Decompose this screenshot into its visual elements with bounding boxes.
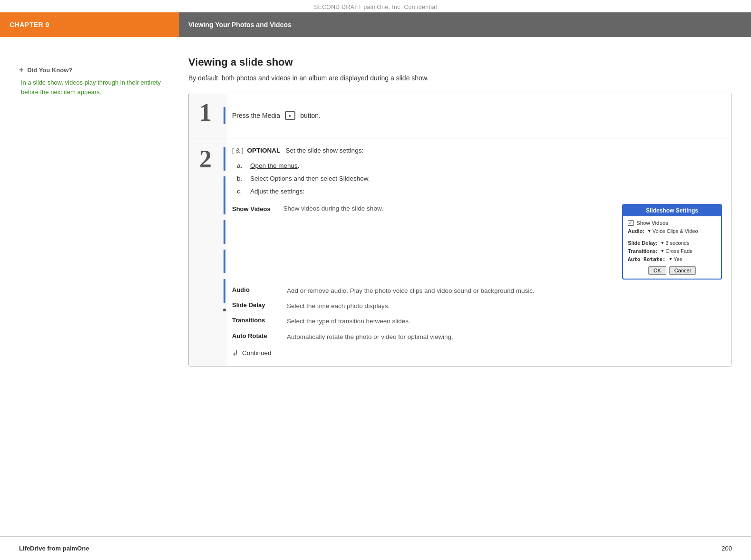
auto-rotate-dropdown: ▼ Yes <box>668 256 682 262</box>
sidebar: + Did You Know? In a slide show, videos … <box>0 56 179 503</box>
step-1-number-area: 1 <box>189 93 222 138</box>
slide-delay-field-label: Slide Delay <box>232 301 280 309</box>
field-slide-delay: Slide Delay Select the time each photo d… <box>232 301 722 311</box>
continued-arrow-icon: ↲ <box>232 348 238 357</box>
show-videos-desc: Show videos during the slide show. <box>283 204 383 213</box>
dyk-plus-icon: + <box>19 66 23 74</box>
step-1-text: Press the Media button. <box>232 102 722 129</box>
audio-label: Audio: <box>628 228 644 234</box>
chapter-title: Viewing Your Photos and Videos <box>179 12 751 37</box>
settings-row: Show Videos Show videos during the slide… <box>232 204 722 280</box>
settings-panel: Slideshow Settings ✓ Show Videos Audio: … <box>622 204 722 280</box>
dyk-header: + Did You Know? <box>19 66 165 74</box>
media-button-icon <box>285 111 295 120</box>
slide-delay-label: Slide Delay: <box>628 240 657 246</box>
step-2: 2 [ & ] OPTIONAL Set the sl <box>189 138 731 366</box>
step-2-content: [ & ] OPTIONAL Set the slide show settin… <box>227 138 731 366</box>
transitions-dropdown: ▼ Cross Fade <box>660 248 692 254</box>
field-audio: Audio Add or remove audio. Play the phot… <box>232 286 722 296</box>
section-title: Viewing a slide show <box>188 56 732 68</box>
audio-field-label: Audio <box>232 286 280 293</box>
sub-step-a: a. Open the menus. <box>237 161 722 172</box>
step-2-number-area: 2 <box>189 138 222 366</box>
bottom-bar: LifeDrive from palmOne 200 <box>0 536 751 560</box>
transitions-row: Transitions: ▼ Cross Fade <box>628 248 716 254</box>
main-content: + Did You Know? In a slide show, videos … <box>0 37 751 503</box>
dyk-title: Did You Know? <box>27 67 72 74</box>
optional-bold: OPTIONAL <box>247 147 281 154</box>
optional-desc: Set the slide show settings: <box>286 147 364 154</box>
did-you-know-box: + Did You Know? In a slide show, videos … <box>19 56 165 97</box>
transitions-field-desc: Select the type of transition between sl… <box>287 317 410 326</box>
sub-step-b: b. Select Options and then select Slides… <box>237 174 722 184</box>
slide-delay-field-desc: Select the time each photo displays. <box>287 301 390 311</box>
dyk-text: In a slide show, videos play through in … <box>19 78 165 97</box>
field-show-videos: Show Videos Show videos during the slide… <box>232 204 613 214</box>
footer-brand: LifeDrive from palmOne <box>19 545 89 552</box>
sub-step-b-text: Select Options and then select Slideshow… <box>250 174 370 184</box>
auto-rotate-field-label: Auto Rotate <box>232 332 280 339</box>
auto-rotate-field-desc: Automatically rotate the photo or video … <box>287 332 453 342</box>
step-1: 1 Press the Media button. <box>189 93 731 138</box>
settings-panel-body: ✓ Show Videos Audio: ▼ Voice Clips & Vid… <box>623 216 721 279</box>
sub-step-c-text: Adjust the settings: <box>250 186 304 197</box>
ok-button[interactable]: OK <box>648 266 666 275</box>
bracket-text: [ & ] <box>232 147 244 154</box>
cancel-button[interactable]: Cancel <box>669 266 696 275</box>
settings-text-col: Show Videos Show videos during the slide… <box>232 204 613 220</box>
chapter-header: CHAPTER 9 Viewing Your Photos and Videos <box>0 12 751 37</box>
step-1-number: 1 <box>199 100 212 125</box>
audio-row: Audio: ▼ Voice Clips & Video <box>628 228 716 234</box>
step-1-content: Press the Media button. <box>227 93 731 138</box>
show-videos-row: ✓ Show Videos <box>628 220 716 226</box>
footer-page: 200 <box>722 545 732 552</box>
content-area: Viewing a slide show By default, both ph… <box>179 56 751 503</box>
step-2-number: 2 <box>199 147 212 172</box>
sub-step-c-label: c. <box>237 186 246 197</box>
steps-container: 1 Press the Media button. 2 <box>188 93 732 367</box>
open-menus-link: Open the menus <box>250 162 298 169</box>
auto-rotate-label: Auto Rotate: <box>628 256 665 262</box>
sub-step-c: c. Adjust the settings: <box>237 186 722 197</box>
continued-row: ↲ Continued <box>232 348 722 357</box>
optional-header: [ & ] OPTIONAL Set the slide show settin… <box>232 147 722 154</box>
step-2-bars <box>222 138 227 366</box>
sub-steps: a. Open the menus. b. Select Options and… <box>237 161 722 197</box>
sub-step-b-label: b. <box>237 174 246 184</box>
chapter-label: CHAPTER 9 <box>0 12 179 37</box>
step-1-bar <box>222 93 227 138</box>
audio-dropdown: ▼ Voice Clips & Video <box>647 228 698 234</box>
settings-panel-header: Slideshow Settings <box>623 205 721 216</box>
auto-rotate-row: Auto Rotate: ▼ Yes <box>628 256 716 262</box>
audio-field-desc: Add or remove audio. Play the photo voic… <box>287 286 535 296</box>
slide-delay-row: Slide Delay: ▼ 3 seconds <box>628 240 716 246</box>
field-auto-rotate: Auto Rotate Automatically rotate the pho… <box>232 332 722 342</box>
section-intro: By default, both photos and videos in an… <box>188 73 732 83</box>
settings-btn-row: OK Cancel <box>628 266 716 275</box>
continued-text: Continued <box>242 349 272 357</box>
sub-step-a-label: a. <box>237 161 246 172</box>
transitions-field-label: Transitions <box>232 317 280 324</box>
field-rows: Audio Add or remove audio. Play the phot… <box>232 286 722 342</box>
show-videos-checkbox: ✓ <box>628 220 634 226</box>
transitions-label: Transitions: <box>628 248 657 254</box>
show-videos-label: Show Videos <box>232 204 280 214</box>
watermark: SECOND DRAFT palmOne, Inc. Confidential <box>0 0 751 12</box>
slide-delay-dropdown: ▼ 3 seconds <box>660 240 689 246</box>
field-transitions: Transitions Select the type of transitio… <box>232 317 722 326</box>
sub-step-a-text: Open the menus. <box>250 161 300 172</box>
